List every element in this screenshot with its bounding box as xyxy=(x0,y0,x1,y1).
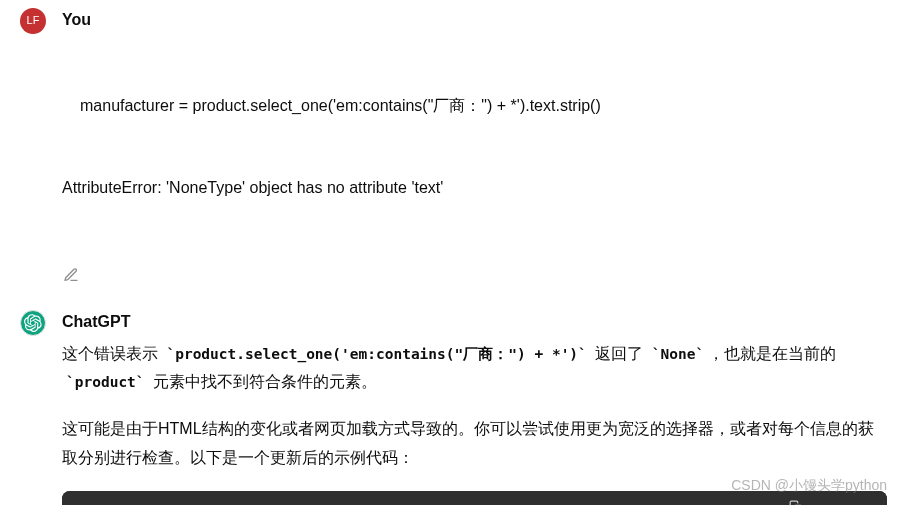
code-language-label: python xyxy=(78,499,117,505)
bot-text-block: 这个错误表示 `product.select_one('em:contains(… xyxy=(62,340,887,506)
inline-code-1: `product.select_one('em:contains("厂商：") … xyxy=(162,345,590,363)
user-avatar: LF xyxy=(20,8,46,34)
bot-message: ChatGPT 这个错误表示 `product.select_one('em:c… xyxy=(20,302,887,506)
user-avatar-initials: LF xyxy=(27,11,40,30)
bot-paragraph-2: 这可能是由于HTML结构的变化或者网页加载方式导致的。你可以尝试使用更为宽泛的选… xyxy=(62,415,887,473)
code-block: python Copy code import requests from xyxy=(62,491,887,505)
bot-author-label: ChatGPT xyxy=(62,308,887,336)
inline-code-2: `None` xyxy=(648,345,708,363)
user-code-line-2: AttributeError: 'NoneType' object has no… xyxy=(62,174,887,201)
user-content: You manufacturer = product.select_one('e… xyxy=(62,6,887,284)
bot-paragraph-1: 这个错误表示 `product.select_one('em:contains(… xyxy=(62,340,887,398)
copy-code-button[interactable]: Copy code xyxy=(789,499,871,505)
bot-content: ChatGPT 这个错误表示 `product.select_one('em:c… xyxy=(62,308,887,506)
inline-code-3: `product` xyxy=(62,373,149,391)
copy-code-label: Copy code xyxy=(809,499,871,505)
user-author-label: You xyxy=(62,6,887,34)
code-header: python Copy code xyxy=(62,491,887,505)
edit-icon[interactable] xyxy=(62,266,80,284)
user-text-block: manufacturer = product.select_one('em:co… xyxy=(62,38,887,256)
clipboard-icon xyxy=(789,499,803,505)
user-code-line-1: manufacturer = product.select_one('em:co… xyxy=(62,92,887,119)
bot-avatar xyxy=(20,310,46,336)
user-message: LF You manufacturer = product.select_one… xyxy=(20,0,887,302)
